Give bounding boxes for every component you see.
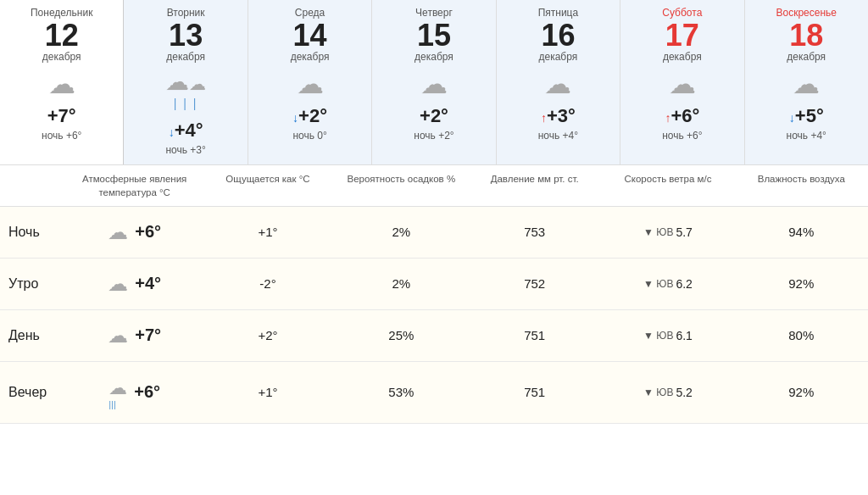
temp-night: ночь +3° bbox=[129, 144, 242, 156]
weather-icon: ☁ bbox=[5, 68, 118, 100]
day-num: 16 bbox=[502, 20, 615, 51]
row-feels: +1° bbox=[201, 385, 334, 399]
day-col-sat[interactable]: Суббота 17 декабря ☁ ↑+6° ночь +6° bbox=[620, 0, 744, 164]
month: декабря bbox=[502, 51, 615, 63]
day-col-wed[interactable]: Среда 14 декабря ☁ ↓+2° ночь 0° bbox=[248, 0, 372, 164]
detail-headers: Атмосферные явления температура °СОщущае… bbox=[0, 165, 868, 207]
wind-arrow-icon: ▼ ЮВ bbox=[643, 330, 673, 342]
detail-header-atmos: Атмосферные явления температура °С bbox=[68, 172, 201, 199]
wind-speed: 6.1 bbox=[676, 329, 692, 342]
wind-speed: 5.7 bbox=[676, 225, 692, 239]
row-icon: ☁ bbox=[108, 220, 128, 244]
row-feels: +1° bbox=[201, 225, 334, 239]
row-humidity: 80% bbox=[735, 328, 868, 342]
day-col-sun[interactable]: Воскресенье 18 декабря ☁ ↓+5° ночь +4° bbox=[745, 0, 868, 164]
day-num: 15 bbox=[377, 20, 490, 51]
day-num: 13 bbox=[129, 20, 242, 51]
day-name: Четверг bbox=[377, 7, 490, 19]
day-col-thu[interactable]: Четверг 15 декабря ☁ +2° ночь +2° bbox=[372, 0, 496, 164]
row-precip: 53% bbox=[335, 385, 468, 399]
row-time: Ночь bbox=[0, 225, 68, 240]
weather-icon: ☁ bbox=[750, 68, 863, 100]
row-pressure: 751 bbox=[468, 385, 601, 399]
row-time: Вечер bbox=[0, 385, 68, 400]
detail-row: Ночь ☁ +6° +1° 2% 753 ▼ ЮВ 5.7 94% bbox=[0, 207, 868, 259]
temp-night: ночь +6° bbox=[626, 130, 738, 142]
row-time: День bbox=[0, 328, 68, 343]
row-time: Утро bbox=[0, 276, 68, 292]
weather-strip: Понедельник 12 декабря ☁ +7° ночь +6° Вт… bbox=[0, 0, 868, 165]
weather-icon: ☁ bbox=[377, 68, 490, 100]
row-precip: 25% bbox=[335, 328, 468, 342]
row-temp: +4° bbox=[135, 274, 161, 293]
row-pressure: 753 bbox=[468, 225, 601, 239]
temp-night: ночь +4° bbox=[502, 130, 615, 142]
detail-header-humidity: Влажность воздуха bbox=[735, 172, 868, 199]
row-wind: ▼ ЮВ 5.7 bbox=[601, 225, 734, 239]
day-name: Вторник bbox=[129, 7, 242, 19]
detail-header-pressure: Давление мм рт. ст. bbox=[468, 172, 601, 199]
temp-night: ночь 0° bbox=[253, 130, 366, 142]
temp-day: ↑+3° bbox=[502, 105, 615, 127]
row-icon: ☁ bbox=[108, 324, 128, 348]
row-pressure: 752 bbox=[468, 276, 601, 291]
dh-time bbox=[0, 172, 68, 199]
day-col-mon[interactable]: Понедельник 12 декабря ☁ +7° ночь +6° bbox=[0, 0, 124, 164]
temp-day: ↓+2° bbox=[253, 105, 366, 127]
month: декабря bbox=[129, 51, 242, 63]
temp-night: ночь +2° bbox=[377, 130, 490, 142]
row-icon: ☁||| bbox=[108, 375, 127, 409]
day-num: 17 bbox=[626, 20, 738, 51]
temp-night: ночь +4° bbox=[750, 130, 863, 142]
row-icon-temp: ☁ +4° bbox=[68, 272, 201, 296]
row-humidity: 92% bbox=[735, 276, 868, 291]
row-icon-temp: ☁ +7° bbox=[68, 324, 201, 348]
weather-icon: ☁ bbox=[502, 68, 615, 100]
row-wind: ▼ ЮВ 6.1 bbox=[601, 329, 734, 342]
month: декабря bbox=[377, 51, 490, 63]
row-feels: -2° bbox=[201, 276, 334, 291]
row-wind: ▼ ЮВ 6.2 bbox=[601, 277, 734, 291]
temp-day: +7° bbox=[5, 105, 118, 127]
temp-day: +2° bbox=[377, 105, 490, 127]
day-col-tue[interactable]: Вторник 13 декабря ☁☁ | | | ↓+4° ночь +3… bbox=[124, 0, 248, 164]
month: декабря bbox=[5, 51, 118, 63]
day-num: 14 bbox=[253, 20, 366, 51]
row-precip: 2% bbox=[335, 276, 468, 291]
weather-icon: ☁ bbox=[253, 68, 366, 100]
wind-arrow-icon: ▼ ЮВ bbox=[643, 278, 673, 290]
row-temp: +6° bbox=[135, 222, 161, 242]
row-temp: +6° bbox=[134, 382, 160, 402]
weather-icon: ☁☁ | | | bbox=[129, 68, 242, 114]
wind-speed: 5.2 bbox=[676, 386, 692, 399]
detail-row: День ☁ +7° +2° 25% 751 ▼ ЮВ 6.1 80% bbox=[0, 310, 868, 362]
row-humidity: 92% bbox=[735, 385, 868, 399]
detail-header-precip: Вероятность осадков % bbox=[335, 172, 468, 199]
row-icon: ☁ bbox=[108, 272, 128, 296]
day-num: 18 bbox=[750, 20, 863, 51]
row-wind: ▼ ЮВ 5.2 bbox=[601, 386, 734, 399]
temp-day: ↑+6° bbox=[626, 105, 738, 127]
weather-icon: ☁ bbox=[626, 68, 738, 100]
month: декабря bbox=[750, 51, 863, 63]
temp-night: ночь +6° bbox=[5, 130, 118, 142]
wind-arrow-icon: ▼ ЮВ bbox=[643, 387, 673, 398]
month: декабря bbox=[626, 51, 738, 63]
row-pressure: 751 bbox=[468, 328, 601, 342]
row-feels: +2° bbox=[201, 328, 334, 342]
row-humidity: 94% bbox=[735, 225, 868, 239]
detail-header-feels: Ощущается как °С bbox=[201, 172, 334, 199]
temp-day: ↓+4° bbox=[129, 120, 242, 142]
day-name: Среда bbox=[253, 7, 366, 19]
row-icon-temp: ☁ +6° bbox=[68, 220, 201, 244]
wind-speed: 6.2 bbox=[676, 277, 692, 291]
detail-rows: Ночь ☁ +6° +1° 2% 753 ▼ ЮВ 5.7 94% Утро … bbox=[0, 207, 868, 424]
day-name: Пятница bbox=[502, 7, 615, 19]
row-icon-temp: ☁||| +6° bbox=[68, 375, 201, 409]
row-precip: 2% bbox=[335, 225, 468, 239]
day-name: Воскресенье bbox=[750, 7, 863, 19]
month: декабря bbox=[253, 51, 366, 63]
day-name: Суббота bbox=[626, 7, 738, 19]
day-num: 12 bbox=[5, 20, 118, 51]
day-col-fri[interactable]: Пятница 16 декабря ☁ ↑+3° ночь +4° bbox=[497, 0, 620, 164]
